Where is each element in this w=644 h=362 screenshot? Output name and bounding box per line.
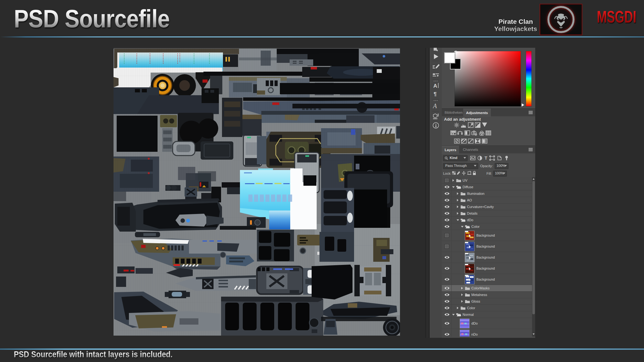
svg-text:A: A bbox=[433, 83, 437, 89]
svg-text:¶: ¶ bbox=[434, 91, 436, 97]
svg-text:A: A bbox=[432, 102, 437, 109]
svg-text:T: T bbox=[485, 156, 487, 161]
